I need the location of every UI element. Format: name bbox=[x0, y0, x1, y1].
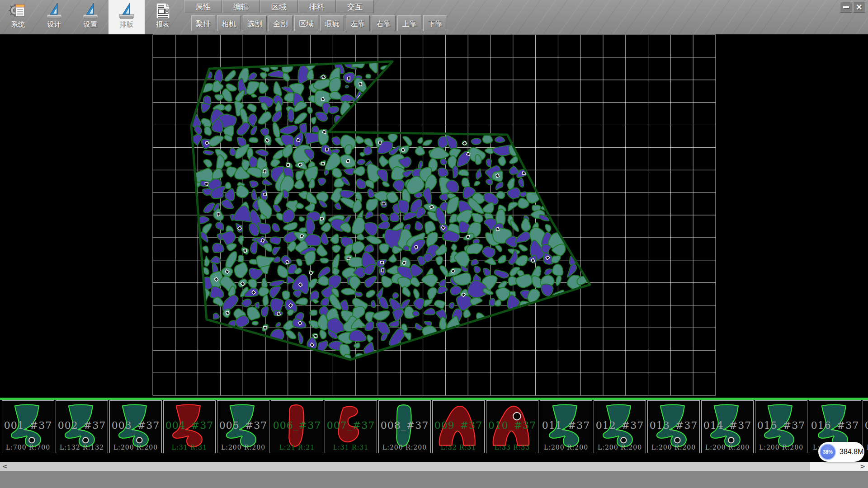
report-document-icon bbox=[153, 1, 173, 21]
close-button[interactable]: × bbox=[853, 2, 865, 13]
nest-layout-drawing bbox=[0, 34, 868, 398]
piece-id-label: 011_#37 bbox=[540, 420, 592, 431]
piece-count-label: L:21 R:21 bbox=[271, 444, 323, 451]
piece-count-label: L:33 R:33 bbox=[486, 444, 538, 451]
action-cut-all[interactable]: 全割 bbox=[269, 15, 292, 31]
action-button-row: 聚排 相机 选割 全割 区域 瑕疵 左靠 右靠 上靠 下靠 bbox=[191, 15, 449, 32]
mode-button-settings[interactable]: 设置 bbox=[72, 0, 108, 34]
action-align-bottom[interactable]: 下靠 bbox=[423, 15, 447, 31]
piece-thumbnail[interactable]: 002_#37L:132 R:132 bbox=[56, 400, 108, 453]
window-controls: × bbox=[839, 2, 865, 13]
piece-thumbnail[interactable]: 013_#37L:200 R:200 bbox=[647, 400, 700, 453]
memory-usage-value: 384.8M bbox=[840, 448, 863, 456]
piece-thumbnail[interactable]: 004_#37L:31 R:31 bbox=[163, 400, 216, 453]
piece-id-label: 009_#37 bbox=[433, 420, 484, 431]
piece-id-label: 003_#37 bbox=[110, 420, 161, 431]
piece-count-label: L:200 R:200 bbox=[702, 444, 753, 451]
mode-button-system[interactable]: 系统 bbox=[0, 0, 36, 34]
system-gear-icon bbox=[8, 1, 28, 21]
progress-percent: 38% bbox=[820, 444, 836, 460]
pieces-strip: 001_#37L:700 R:700002_#37L:132 R:132003_… bbox=[0, 400, 868, 462]
piece-id-label: 002_#37 bbox=[56, 420, 108, 431]
mode-button-report[interactable]: 报表 bbox=[145, 0, 181, 34]
scroll-right-icon[interactable]: > bbox=[860, 462, 865, 471]
piece-thumbnail[interactable]: 003_#37L:200 R:200 bbox=[109, 400, 162, 453]
action-cut-selected[interactable]: 选割 bbox=[243, 15, 267, 31]
piece-id-label: 013_#37 bbox=[648, 420, 699, 431]
action-align-top[interactable]: 上靠 bbox=[397, 15, 421, 31]
piece-count-label: L:700 R:700 bbox=[2, 444, 54, 451]
menu-tab-edit[interactable]: 编辑 bbox=[222, 0, 260, 13]
app-window: 系统 设计 bbox=[0, 0, 868, 488]
piece-count-label: L:200 R:200 bbox=[540, 444, 592, 451]
piece-count-label: L:31 R:31 bbox=[164, 444, 215, 451]
piece-thumbnail[interactable]: 001_#37L:700 R:700 bbox=[2, 400, 54, 453]
action-region[interactable]: 区域 bbox=[294, 15, 318, 31]
piece-thumbnail[interactable]: 011_#37L:200 R:200 bbox=[540, 400, 592, 453]
piece-thumbnail[interactable]: 007_#37L:31 R:31 bbox=[325, 400, 377, 453]
piece-thumbnail[interactable]: 010_#37L:33 R:33 bbox=[486, 400, 538, 453]
toolbar: 系统 设计 bbox=[0, 0, 868, 34]
piece-id-label: 004_#37 bbox=[164, 420, 215, 431]
menu-tab-region[interactable]: 区域 bbox=[260, 0, 298, 13]
menu-tab-interact[interactable]: 交互 bbox=[336, 0, 374, 13]
piece-count-label: L:200 R:200 bbox=[648, 444, 699, 451]
piece-id-label: 007_#37 bbox=[325, 420, 377, 431]
mode-label: 设计 bbox=[36, 20, 72, 29]
piece-count-label: L:200 R:200 bbox=[594, 444, 646, 451]
piece-count-label: L:200 R:200 bbox=[755, 444, 807, 451]
piece-id-label: 001_#37 bbox=[2, 420, 54, 431]
piece-id-label: 005_#37 bbox=[217, 420, 269, 431]
set-square-icon bbox=[80, 1, 100, 21]
menu-tab-nest[interactable]: 排料 bbox=[298, 0, 336, 13]
mode-label: 设置 bbox=[72, 20, 108, 29]
main-mode-bar: 系统 设计 bbox=[0, 0, 181, 34]
piece-thumbnail[interactable]: 012_#37L:200 R:200 bbox=[594, 400, 646, 453]
piece-id-label: 014_#37 bbox=[702, 420, 753, 431]
piece-count-label: L:31 R:31 bbox=[325, 444, 377, 451]
piece-count-label: L:200 R:200 bbox=[217, 444, 269, 451]
horizontal-scrollbar[interactable]: < > bbox=[0, 462, 868, 471]
piece-thumbnail[interactable]: 008_#37L:200 R:200 bbox=[378, 400, 431, 453]
mode-label: 系统 bbox=[0, 20, 36, 29]
piece-thumbnail[interactable]: 015_#37L:200 R:200 bbox=[755, 400, 807, 453]
set-square-icon bbox=[44, 1, 64, 21]
piece-count-label: L:200 R:200 bbox=[110, 444, 161, 451]
piece-id-label: 016_#37 bbox=[809, 420, 861, 431]
close-icon: × bbox=[856, 3, 862, 11]
scrollbar-thumb[interactable] bbox=[0, 462, 810, 471]
mode-label: 排版 bbox=[108, 20, 145, 29]
piece-id-label: 006_#37 bbox=[271, 420, 323, 431]
mode-button-nesting[interactable]: 排版 bbox=[108, 0, 145, 34]
piece-thumbnail[interactable]: 009_#37L:32 R:31 bbox=[432, 400, 485, 453]
piece-thumbnail[interactable]: 017_#37L:200 R:200 bbox=[863, 400, 868, 453]
piece-id-label: 012_#37 bbox=[594, 420, 646, 431]
piece-id-label: 010_#37 bbox=[486, 420, 538, 431]
piece-id-label: 015_#37 bbox=[755, 420, 807, 431]
menu-area: 属性 编辑 区域 排料 交互 聚排 相机 选割 全割 区域 瑕疵 左靠 右靠 上… bbox=[184, 0, 449, 32]
piece-id-label: 017_#37 bbox=[863, 420, 868, 431]
action-cluster-nest[interactable]: 聚排 bbox=[191, 15, 215, 31]
piece-id-label: 008_#37 bbox=[379, 420, 430, 431]
mode-label: 报表 bbox=[145, 20, 181, 29]
scroll-left-icon[interactable]: < bbox=[2, 462, 8, 471]
piece-thumbnail[interactable]: 014_#37L:200 R:200 bbox=[701, 400, 754, 453]
piece-thumbnail[interactable]: 005_#37L:200 R:200 bbox=[217, 400, 269, 453]
minimize-icon bbox=[843, 6, 849, 8]
action-align-left[interactable]: 左靠 bbox=[346, 15, 370, 31]
piece-thumbnail[interactable]: 006_#37L:21 R:21 bbox=[271, 400, 323, 453]
piece-count-label: L:32 R:31 bbox=[433, 444, 484, 451]
minimize-button[interactable] bbox=[840, 2, 852, 13]
piece-count-label: L:200 R:200 bbox=[379, 444, 430, 451]
status-bar bbox=[0, 471, 868, 488]
action-align-right[interactable]: 右靠 bbox=[372, 15, 396, 31]
menu-tab-attributes[interactable]: 属性 bbox=[184, 0, 222, 13]
action-camera[interactable]: 相机 bbox=[217, 15, 241, 31]
progress-badge: 38% 384.8M bbox=[818, 442, 864, 462]
set-square-icon bbox=[117, 1, 137, 21]
menu-tab-row: 属性 编辑 区域 排料 交互 bbox=[184, 0, 449, 14]
nesting-canvas[interactable] bbox=[0, 34, 868, 398]
piece-count-label: L:132 R:132 bbox=[56, 444, 108, 451]
mode-button-design[interactable]: 设计 bbox=[36, 0, 72, 34]
action-defect[interactable]: 瑕疵 bbox=[320, 15, 344, 31]
